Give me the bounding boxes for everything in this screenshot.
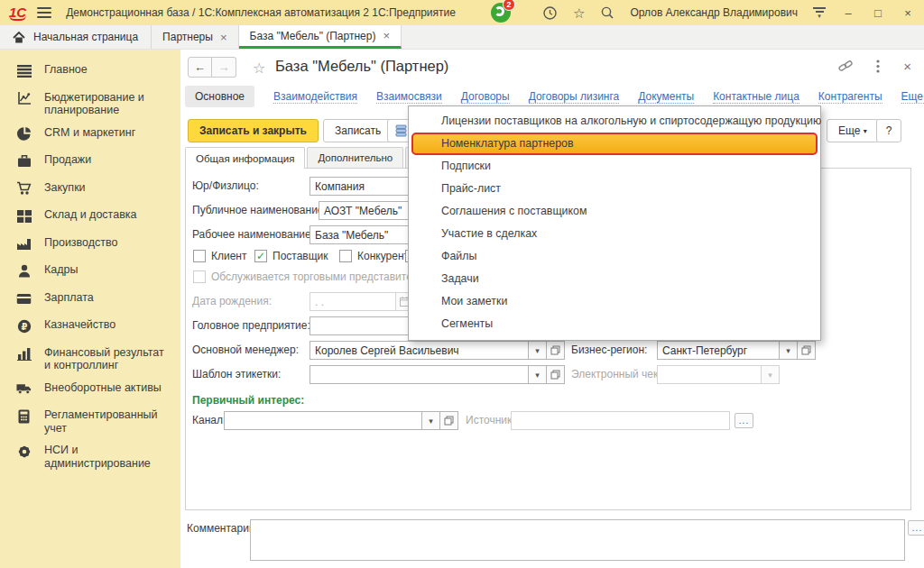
- save-button[interactable]: Записать: [323, 119, 393, 142]
- nav-link-contracts[interactable]: Договоры: [461, 90, 510, 104]
- open-icon[interactable]: [547, 365, 565, 384]
- jur-person-label: Юр/Физлицо:: [192, 179, 259, 192]
- main-menu-icon[interactable]: [37, 7, 51, 18]
- nav-link-documents[interactable]: Документы: [638, 90, 694, 104]
- app-title: Демонстрационная база / 1С:Комплексная а…: [66, 6, 456, 19]
- sidebar-item-crm[interactable]: CRM и маркетинг: [16, 126, 180, 145]
- sidebar-item-purchasing[interactable]: Закупки: [16, 181, 180, 200]
- more-nav-dropdown-menu: Лицензии поставщиков на алкогольную и сп…: [408, 105, 821, 341]
- dropdown-arrow-icon[interactable]: ▾: [780, 341, 798, 360]
- titlebar-settings-icon[interactable]: ▾: [813, 7, 826, 18]
- maximize-button[interactable]: □: [871, 6, 885, 20]
- briefcase-icon: [16, 153, 32, 169]
- e-receipt-label: Электронный чек:: [571, 368, 661, 380]
- open-icon[interactable]: [440, 411, 458, 430]
- channel-input[interactable]: [224, 411, 422, 430]
- grid-icon: [16, 208, 32, 224]
- source-select-button[interactable]: ...: [735, 413, 753, 428]
- sidebar-item-salary[interactable]: Зарплата: [16, 291, 180, 310]
- tab-additional[interactable]: Дополнительно: [307, 147, 403, 168]
- tab-label: Партнеры: [162, 31, 213, 43]
- client-checkbox[interactable]: Клиент: [193, 250, 247, 262]
- menu-item-partner-nomenclature[interactable]: Номенклатура партнеров: [411, 133, 818, 155]
- back-button[interactable]: ←: [188, 57, 212, 78]
- menu-item-price-list[interactable]: Прайс-лист: [409, 178, 820, 200]
- favorite-star-icon[interactable]: ☆: [253, 60, 265, 77]
- close-form-icon[interactable]: ×: [903, 59, 911, 74]
- search-icon[interactable]: [600, 5, 614, 20]
- history-icon[interactable]: [542, 5, 558, 21]
- comment-expand-button[interactable]: ...: [908, 520, 924, 536]
- nav-link-relations[interactable]: Взаимосвязи: [376, 90, 442, 104]
- home-tab[interactable]: Начальная страница: [0, 25, 152, 49]
- served-by-reps-checkbox[interactable]: Обслуживается торговыми представителями: [193, 270, 438, 283]
- save-and-close-button[interactable]: Записать и закрыть: [188, 119, 319, 142]
- dropdown-arrow-icon[interactable]: ▾: [422, 411, 440, 430]
- nav-main-chip[interactable]: Основное: [185, 86, 254, 107]
- checkbox-box: [193, 270, 206, 283]
- window-tab-bar: Начальная страница Партнеры × База "Мебе…: [0, 25, 924, 50]
- menu-item-supplier-agreements[interactable]: Соглашения с поставщиком: [409, 200, 820, 223]
- truck-icon: [16, 381, 32, 397]
- cart-icon: [16, 181, 32, 197]
- menu-item-tasks[interactable]: Задачи: [409, 268, 820, 290]
- menu-item-my-notes[interactable]: Мои заметки: [409, 290, 820, 313]
- favorites-star-icon[interactable]: ☆: [573, 6, 585, 20]
- gear-icon: [16, 444, 32, 459]
- app-window: 1С Демонстрационная база / 1С:Комплексна…: [0, 0, 924, 568]
- bar-chart-icon: [16, 346, 32, 362]
- minimize-button[interactable]: –: [841, 6, 855, 20]
- notification-center-icon[interactable]: 2: [491, 3, 511, 23]
- tab-partner-card[interactable]: База "Мебель" (Партнер) ×: [239, 25, 402, 49]
- source-input[interactable]: [511, 411, 730, 430]
- menu-item-subscriptions[interactable]: Подписки: [409, 155, 820, 178]
- head-company-label: Головное предприятие:: [192, 319, 310, 332]
- help-button[interactable]: ?: [876, 119, 901, 142]
- dropdown-arrow-icon[interactable]: ▾: [529, 365, 547, 384]
- tab-general-info[interactable]: Общая информация: [185, 147, 305, 169]
- comment-input[interactable]: [250, 519, 905, 561]
- close-tab-icon[interactable]: ×: [220, 31, 227, 44]
- nav-link-leasing[interactable]: Договоры лизинга: [529, 90, 620, 104]
- forward-button[interactable]: →: [212, 57, 236, 78]
- e-receipt-input[interactable]: [657, 365, 762, 384]
- sidebar-item-main[interactable]: Главное: [16, 63, 180, 82]
- nav-link-interactions[interactable]: Взаимодействия: [273, 90, 357, 104]
- sidebar-item-sales[interactable]: Продажи: [16, 153, 180, 172]
- competitor-checkbox[interactable]: Конкурент: [339, 250, 409, 262]
- current-user-name[interactable]: Орлов Александр Владимирович: [630, 6, 798, 19]
- nav-link-contact-persons[interactable]: Контактные лица: [713, 90, 799, 104]
- open-icon[interactable]: [798, 341, 816, 360]
- dropdown-arrow-icon[interactable]: ▾: [529, 341, 547, 360]
- sidebar-item-treasury[interactable]: ₽ Казначейство: [16, 318, 180, 337]
- business-region-input[interactable]: Санкт-Петербург: [657, 341, 780, 360]
- menu-item-segments[interactable]: Сегменты: [409, 313, 820, 335]
- more-actions-button[interactable]: Еще ▾: [827, 119, 879, 142]
- sidebar-item-regulated[interactable]: Регламентированный учет: [16, 408, 180, 435]
- more-menu-icon[interactable]: [876, 60, 880, 73]
- dropdown-arrow-icon: ▾: [762, 365, 780, 384]
- nav-link-counterparties[interactable]: Контрагенты: [818, 90, 882, 104]
- sidebar-item-hr[interactable]: Кадры: [16, 263, 180, 282]
- sidebar-item-production[interactable]: Производство: [16, 236, 180, 255]
- sidebar-item-warehouse[interactable]: Склад и доставка: [16, 208, 180, 227]
- supplier-checkbox[interactable]: ✓ Поставщик: [254, 250, 328, 262]
- label-template-input[interactable]: [310, 365, 529, 384]
- tab-partners[interactable]: Партнеры ×: [152, 25, 238, 49]
- sidebar-item-budgeting[interactable]: Бюджетирование и планирование: [16, 91, 180, 118]
- sidebar-item-assets[interactable]: Внеоборотные активы: [16, 381, 180, 400]
- open-icon[interactable]: [547, 341, 565, 360]
- get-link-icon[interactable]: [838, 60, 853, 73]
- close-window-button[interactable]: ×: [901, 6, 915, 20]
- menu-item-deal-participation[interactable]: Участие в сделках: [409, 223, 820, 245]
- birth-date-input[interactable]: . .: [310, 292, 396, 311]
- menu-item-licenses[interactable]: Лицензии поставщиков на алкогольную и сп…: [409, 110, 820, 133]
- main-manager-input[interactable]: Королев Сергей Васильевич: [310, 341, 529, 360]
- sidebar-item-finresult[interactable]: Финансовый результат и контроллинг: [16, 346, 180, 373]
- nav-link-more[interactable]: Еще... ▾: [901, 90, 924, 104]
- label-template-label: Шаблон этикетки:: [192, 368, 281, 380]
- person-icon: [16, 263, 32, 279]
- menu-item-files[interactable]: Файлы: [409, 245, 820, 268]
- close-tab-icon[interactable]: ×: [383, 29, 390, 42]
- sidebar-item-admin[interactable]: НСИ и администрирование: [16, 444, 180, 471]
